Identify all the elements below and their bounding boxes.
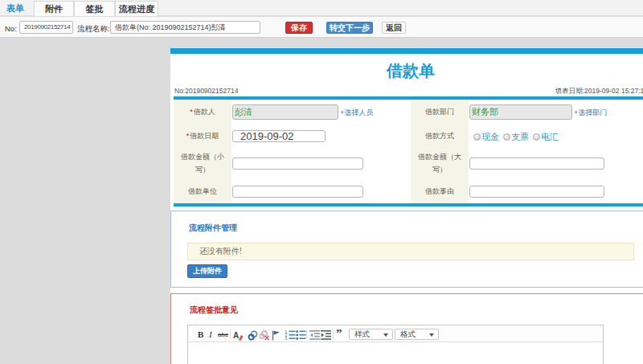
svg-text:3: 3	[285, 337, 288, 340]
svg-text:A: A	[233, 331, 239, 340]
